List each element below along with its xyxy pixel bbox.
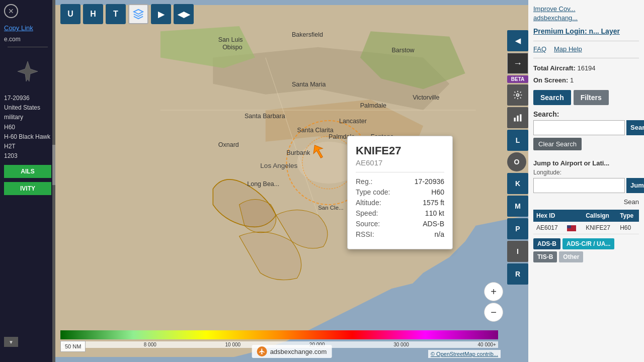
- stats-row: Total Aircraft: 16194 On Screen: 1: [533, 62, 639, 86]
- login-button[interactable]: →: [507, 53, 528, 74]
- right-divider-1: [533, 41, 639, 41]
- source-other-button[interactable]: Other: [559, 251, 583, 262]
- alt-label-4: 30 000: [393, 342, 409, 347]
- aircraft-silhouette: [15, 59, 40, 84]
- beta-badge: BETA: [507, 75, 528, 83]
- btn-u[interactable]: U: [60, 4, 80, 24]
- svg-text:Santa Clarita: Santa Clarita: [297, 127, 333, 134]
- map-svg: San Luis Obispo Bakersfield Barstow Vict…: [55, 0, 528, 362]
- col-flag: [564, 210, 583, 222]
- logo-icon: [257, 346, 267, 356]
- svg-text:Palmdale: Palmdale: [360, 102, 386, 109]
- scroll-down-button[interactable]: ▼: [4, 337, 18, 347]
- action-buttons: Search Filters: [533, 90, 639, 105]
- improve-coverage-link[interactable]: Improve Cov...: [533, 5, 639, 13]
- alt-label-2: 10 000: [225, 342, 241, 347]
- source-tisb-button[interactable]: TIS-B: [533, 251, 557, 262]
- btn-back[interactable]: ◀: [507, 30, 528, 51]
- svg-text:Obispo: Obispo: [222, 44, 243, 51]
- altitude-bar: [60, 330, 498, 339]
- right-divider-2: [533, 58, 639, 58]
- on-screen-value: 1: [570, 76, 574, 84]
- settings-icon: [513, 90, 523, 100]
- alt-label-1: 8 000: [144, 342, 156, 347]
- site-url: e.com: [0, 36, 55, 43]
- details-button[interactable]: AILS: [4, 165, 51, 178]
- svg-text:San Luis: San Luis: [218, 36, 243, 43]
- right-panel: Improve Cov... adsbexchang... Premium Lo…: [528, 0, 644, 362]
- copy-link-button[interactable]: Copy Link: [0, 20, 55, 36]
- source-filters: ADS-B ADS-C/R / UA... TIS-B Other: [533, 238, 639, 262]
- btn-k[interactable]: K: [507, 173, 528, 194]
- btn-settings[interactable]: [507, 84, 528, 106]
- total-aircraft-label: Total Aircraft:: [533, 64, 576, 72]
- aircraft-transponder: H2T: [4, 142, 51, 151]
- aircraft-popup: KNIFE27 AE6017 Reg.: 17-20936 Type code:…: [347, 136, 453, 249]
- popup-speed-row: Speed: 110 kt: [356, 209, 444, 217]
- popup-altitude-value: 1575 ft: [423, 199, 444, 207]
- btn-stats[interactable]: [507, 107, 528, 128]
- map-logo: adsbexchange.com: [252, 345, 332, 358]
- popup-altitude-label: Altitude:: [356, 199, 381, 207]
- cell-flag: [564, 222, 583, 234]
- premium-login-link[interactable]: Premium Login: n... Layer: [533, 27, 639, 36]
- aircraft-reg: 17-20936: [4, 94, 51, 103]
- btn-h[interactable]: H: [83, 4, 103, 24]
- aircraft-country: United States: [4, 103, 51, 113]
- svg-rect-24: [517, 116, 518, 122]
- svg-text:Bakersfield: Bakersfield: [292, 31, 323, 38]
- btn-r[interactable]: R: [507, 263, 528, 285]
- popup-reg-row: Reg.: 17-20936: [356, 177, 444, 186]
- zoom-out-button[interactable]: −: [484, 303, 503, 322]
- top-toolbar: U H T ▶ ◀▶: [60, 4, 194, 24]
- col-callsign: Callsign: [583, 210, 617, 222]
- search-input[interactable]: [533, 120, 625, 135]
- faq-link[interactable]: FAQ: [533, 45, 546, 53]
- jump-button[interactable]: Jum: [626, 178, 644, 193]
- aircraft-type: H60: [4, 123, 51, 132]
- cell-callsign: KNIFE27: [583, 222, 617, 234]
- svg-text:Barstow: Barstow: [391, 47, 415, 54]
- svg-rect-25: [520, 114, 521, 121]
- btn-m[interactable]: M: [507, 196, 528, 217]
- btn-exchange[interactable]: ◀▶: [174, 4, 194, 24]
- table-row[interactable]: AE6017 KNIFE27 H60: [533, 222, 639, 234]
- jump-input[interactable]: [533, 178, 625, 193]
- popup-type-label: Type code:: [356, 188, 390, 196]
- search-go-button[interactable]: Sear: [626, 120, 644, 135]
- source-adsb-button[interactable]: ADS-B: [533, 238, 560, 249]
- btn-l[interactable]: L: [507, 130, 528, 151]
- popup-source-label: Source:: [356, 220, 380, 228]
- svg-text:Victorville: Victorville: [413, 94, 439, 101]
- map-area[interactable]: San Luis Obispo Bakersfield Barstow Vict…: [55, 0, 528, 362]
- cell-hex: AE6017: [533, 222, 564, 234]
- svg-text:San Cle...: San Cle...: [318, 205, 343, 211]
- adsbexchange-link[interactable]: adsbexchang...: [533, 14, 639, 22]
- btn-forward[interactable]: ▶: [151, 4, 171, 24]
- source-adsc-button[interactable]: ADS-C/R / UA...: [562, 238, 614, 249]
- btn-i[interactable]: I: [507, 241, 528, 262]
- map-help-link[interactable]: Map Help: [554, 45, 582, 53]
- popup-speed-label: Speed:: [356, 209, 378, 217]
- aircraft-category: military: [4, 113, 51, 122]
- sean-label: Sean: [533, 198, 639, 206]
- btn-layers[interactable]: [128, 4, 148, 24]
- clear-search-button[interactable]: Clear Search: [533, 138, 582, 150]
- aircraft-info: 17-20936 United States military H60 H-60…: [0, 92, 55, 163]
- aircraft-icon: [13, 56, 43, 86]
- btn-t[interactable]: T: [106, 4, 126, 24]
- activity-button[interactable]: IVITY: [4, 182, 51, 195]
- left-divider: [8, 47, 48, 47]
- btn-p[interactable]: P: [507, 218, 528, 239]
- popup-source-row: Source: ADS-B: [356, 220, 444, 228]
- logo-text: adsbexchange.com: [270, 348, 327, 355]
- close-button[interactable]: ✕: [4, 4, 18, 18]
- zoom-in-button[interactable]: +: [484, 282, 503, 301]
- right-nav: ◀ → BETA L O K M P I R: [507, 30, 528, 285]
- popup-reg-value: 17-20936: [415, 177, 444, 186]
- filters-button[interactable]: Filters: [574, 90, 609, 105]
- btn-o[interactable]: O: [507, 152, 526, 171]
- search-action-button[interactable]: Search: [533, 90, 571, 105]
- osm-link[interactable]: © OpenStreetMap contrib...: [431, 351, 498, 357]
- search-section: Search: Sear Clear Search: [533, 110, 639, 154]
